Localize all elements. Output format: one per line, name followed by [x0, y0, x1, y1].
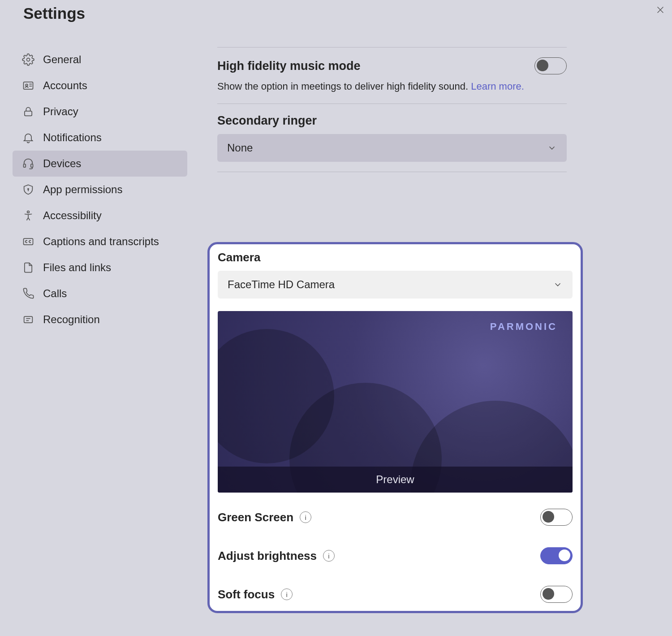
soft-focus-label: Soft focus — [218, 588, 275, 601]
sidebar-item-label: Files and links — [43, 261, 111, 274]
info-icon[interactable]: i — [300, 511, 311, 523]
sidebar-item-general[interactable]: General — [13, 47, 187, 73]
accessibility-icon — [22, 209, 35, 222]
divider — [217, 172, 567, 172]
sidebar-item-label: Accessibility — [43, 209, 102, 222]
sidebar-item-accounts[interactable]: Accounts — [13, 73, 187, 99]
learn-more-link[interactable]: Learn more. — [471, 81, 524, 92]
sidebar-item-captions-transcripts[interactable]: Captions and transcripts — [13, 229, 187, 255]
sidebar-item-accessibility[interactable]: Accessibility — [13, 203, 187, 229]
content: High fidelity music mode Show the option… — [217, 47, 567, 172]
svg-rect-5 — [31, 164, 33, 167]
secondary-ringer-title: Secondary ringer — [217, 114, 567, 128]
captions-icon — [22, 235, 35, 248]
section-secondary-ringer: Secondary ringer None — [217, 104, 567, 172]
page-title: Settings — [23, 4, 85, 22]
green-screen-toggle[interactable] — [540, 509, 573, 526]
gear-icon — [22, 53, 35, 66]
preview-brand: PARMONIC — [490, 321, 557, 333]
sidebar-item-recognition[interactable]: Recognition — [13, 307, 187, 333]
preview-label: Preview — [218, 467, 573, 493]
svg-rect-4 — [24, 164, 26, 167]
svg-point-6 — [28, 189, 29, 190]
sidebar-item-label: Devices — [43, 157, 81, 170]
shield-icon — [22, 183, 35, 196]
svg-rect-1 — [24, 82, 33, 89]
camera-preview: PARMONIC Preview — [218, 311, 573, 493]
secondary-ringer-select[interactable]: None — [217, 134, 567, 162]
sidebar-item-label: Captions and transcripts — [43, 235, 159, 248]
music-mode-desc: Show the option in meetings to deliver h… — [217, 80, 567, 94]
file-icon — [22, 261, 35, 274]
music-mode-title: High fidelity music mode — [217, 59, 361, 73]
adjust-brightness-toggle[interactable] — [540, 547, 573, 564]
sidebar-item-notifications[interactable]: Notifications — [13, 125, 187, 151]
sidebar-item-label: Notifications — [43, 131, 102, 144]
camera-select[interactable]: FaceTime HD Camera — [218, 271, 573, 299]
sidebar-item-devices[interactable]: Devices — [13, 151, 187, 177]
id-card-icon — [22, 79, 35, 92]
option-green-screen: Green Screen i — [218, 493, 573, 531]
adjust-brightness-label: Adjust brightness — [218, 549, 317, 563]
sidebar-item-calls[interactable]: Calls — [13, 281, 187, 307]
camera-card: Camera FaceTime HD Camera PARMONIC Previ… — [207, 242, 583, 613]
svg-rect-9 — [24, 316, 33, 323]
lock-icon — [22, 105, 35, 118]
svg-point-0 — [27, 58, 30, 61]
chevron-down-icon — [547, 143, 557, 153]
sidebar-item-app-permissions[interactable]: App permissions — [13, 177, 187, 203]
close-button[interactable] — [652, 3, 668, 19]
svg-point-2 — [26, 84, 28, 87]
info-icon[interactable]: i — [323, 550, 335, 562]
bell-icon — [22, 131, 35, 144]
info-icon[interactable]: i — [281, 588, 293, 600]
svg-point-7 — [27, 211, 30, 213]
option-soft-focus: Soft focus i — [218, 570, 573, 603]
svg-rect-8 — [24, 238, 33, 245]
sidebar: General Accounts Privacy Notifications D… — [13, 47, 187, 333]
sidebar-item-label: General — [43, 53, 81, 66]
section-music-mode: High fidelity music mode Show the option… — [217, 48, 567, 104]
green-screen-label: Green Screen — [218, 511, 293, 524]
headset-icon — [22, 157, 35, 170]
music-mode-toggle[interactable] — [534, 57, 567, 74]
recognition-icon — [22, 313, 35, 326]
chevron-down-icon — [553, 280, 563, 290]
option-adjust-brightness: Adjust brightness i — [218, 531, 573, 570]
select-value: None — [227, 142, 253, 154]
sidebar-item-label: Recognition — [43, 313, 100, 326]
svg-rect-3 — [25, 111, 32, 116]
sidebar-item-label: Accounts — [43, 79, 87, 92]
soft-focus-toggle[interactable] — [540, 586, 573, 603]
sidebar-item-privacy[interactable]: Privacy — [13, 99, 187, 125]
sidebar-item-files-links[interactable]: Files and links — [13, 255, 187, 281]
camera-title: Camera — [218, 251, 573, 264]
select-value: FaceTime HD Camera — [228, 278, 335, 291]
sidebar-item-label: App permissions — [43, 183, 122, 196]
sidebar-item-label: Calls — [43, 287, 67, 300]
phone-icon — [22, 287, 35, 300]
sidebar-item-label: Privacy — [43, 105, 78, 118]
close-icon — [655, 5, 665, 17]
